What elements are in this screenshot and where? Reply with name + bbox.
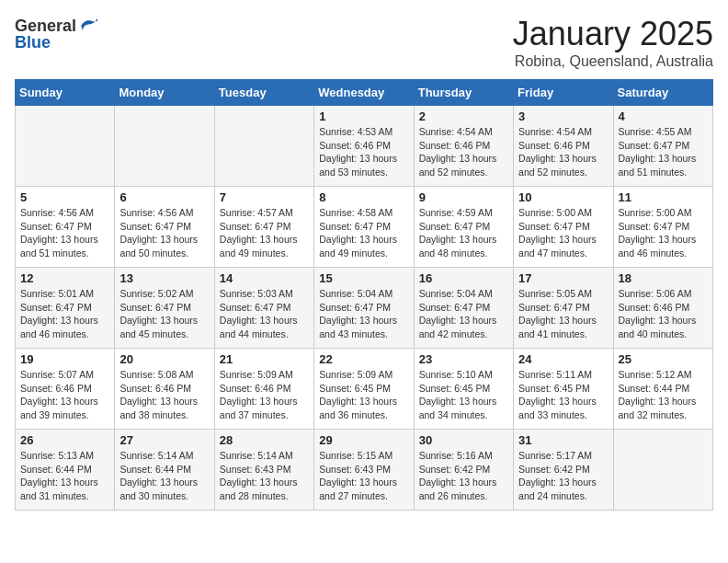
- table-row: 8Sunrise: 4:58 AMSunset: 6:47 PMDaylight…: [314, 187, 414, 268]
- logo-bird-icon: [78, 15, 100, 37]
- table-row: [16, 106, 115, 187]
- calendar-header-row: Sunday Monday Tuesday Wednesday Thursday…: [16, 80, 713, 106]
- day-number: 12: [20, 271, 109, 285]
- day-info: Sunrise: 4:53 AMSunset: 6:46 PMDaylight:…: [319, 125, 408, 179]
- day-info: Sunrise: 4:55 AMSunset: 6:47 PMDaylight:…: [619, 125, 708, 179]
- day-info: Sunrise: 5:06 AMSunset: 6:46 PMDaylight:…: [619, 287, 708, 341]
- table-row: 4Sunrise: 4:55 AMSunset: 6:47 PMDaylight…: [613, 106, 712, 187]
- table-row: 22Sunrise: 5:09 AMSunset: 6:45 PMDayligh…: [314, 349, 414, 430]
- day-number: 31: [518, 433, 608, 447]
- day-number: 21: [220, 352, 309, 366]
- table-row: 14Sunrise: 5:03 AMSunset: 6:47 PMDayligh…: [214, 268, 313, 349]
- col-wednesday: Wednesday: [314, 80, 414, 106]
- table-row: 21Sunrise: 5:09 AMSunset: 6:46 PMDayligh…: [214, 349, 313, 430]
- calendar-week-row: 12Sunrise: 5:01 AMSunset: 6:47 PMDayligh…: [16, 268, 713, 349]
- title-block: January 2025 Robina, Queensland, Austral…: [513, 15, 713, 70]
- table-row: 5Sunrise: 4:56 AMSunset: 6:47 PMDaylight…: [16, 187, 115, 268]
- day-info: Sunrise: 5:09 AMSunset: 6:46 PMDaylight:…: [220, 368, 309, 422]
- day-number: 13: [119, 271, 209, 285]
- day-info: Sunrise: 5:04 AMSunset: 6:47 PMDaylight:…: [419, 287, 508, 341]
- table-row: 12Sunrise: 5:01 AMSunset: 6:47 PMDayligh…: [16, 268, 115, 349]
- day-info: Sunrise: 5:04 AMSunset: 6:47 PMDaylight:…: [319, 287, 408, 341]
- table-row: 19Sunrise: 5:07 AMSunset: 6:46 PMDayligh…: [16, 349, 115, 430]
- day-info: Sunrise: 4:57 AMSunset: 6:47 PMDaylight:…: [220, 206, 309, 260]
- day-number: 11: [619, 190, 708, 204]
- day-info: Sunrise: 5:17 AMSunset: 6:42 PMDaylight:…: [518, 449, 608, 503]
- day-info: Sunrise: 5:03 AMSunset: 6:47 PMDaylight:…: [220, 287, 309, 341]
- col-tuesday: Tuesday: [214, 80, 313, 106]
- day-number: 15: [319, 271, 408, 285]
- col-friday: Friday: [514, 80, 613, 106]
- calendar-week-row: 26Sunrise: 5:13 AMSunset: 6:44 PMDayligh…: [16, 430, 713, 511]
- logo: General Blue: [15, 15, 100, 52]
- table-row: 26Sunrise: 5:13 AMSunset: 6:44 PMDayligh…: [16, 430, 115, 511]
- day-info: Sunrise: 5:00 AMSunset: 6:47 PMDaylight:…: [619, 206, 708, 260]
- day-info: Sunrise: 5:05 AMSunset: 6:47 PMDaylight:…: [518, 287, 608, 341]
- day-number: 7: [220, 190, 309, 204]
- day-number: 1: [319, 109, 408, 123]
- col-sunday: Sunday: [16, 80, 115, 106]
- day-number: 20: [119, 352, 209, 366]
- day-info: Sunrise: 4:56 AMSunset: 6:47 PMDaylight:…: [119, 206, 209, 260]
- day-info: Sunrise: 4:56 AMSunset: 6:47 PMDaylight:…: [20, 206, 109, 260]
- day-number: 23: [419, 352, 508, 366]
- table-row: 23Sunrise: 5:10 AMSunset: 6:45 PMDayligh…: [414, 349, 513, 430]
- day-number: 16: [419, 271, 508, 285]
- day-info: Sunrise: 4:58 AMSunset: 6:47 PMDaylight:…: [319, 206, 408, 260]
- day-info: Sunrise: 5:16 AMSunset: 6:42 PMDaylight:…: [419, 449, 508, 503]
- table-row: 11Sunrise: 5:00 AMSunset: 6:47 PMDayligh…: [613, 187, 712, 268]
- day-info: Sunrise: 5:13 AMSunset: 6:44 PMDaylight:…: [20, 449, 109, 503]
- day-number: 18: [619, 271, 708, 285]
- day-info: Sunrise: 5:08 AMSunset: 6:46 PMDaylight:…: [119, 368, 209, 422]
- day-info: Sunrise: 5:14 AMSunset: 6:43 PMDaylight:…: [220, 449, 309, 503]
- table-row: 7Sunrise: 4:57 AMSunset: 6:47 PMDaylight…: [214, 187, 313, 268]
- table-row: 2Sunrise: 4:54 AMSunset: 6:46 PMDaylight…: [414, 106, 513, 187]
- day-number: 29: [319, 433, 408, 447]
- day-info: Sunrise: 5:07 AMSunset: 6:46 PMDaylight:…: [20, 368, 109, 422]
- day-number: 6: [119, 190, 209, 204]
- page-header: General Blue January 2025 Robina, Queens…: [15, 15, 713, 70]
- table-row: 17Sunrise: 5:05 AMSunset: 6:47 PMDayligh…: [514, 268, 613, 349]
- day-number: 28: [220, 433, 309, 447]
- table-row: [214, 106, 313, 187]
- day-number: 8: [319, 190, 408, 204]
- table-row: 24Sunrise: 5:11 AMSunset: 6:45 PMDayligh…: [514, 349, 613, 430]
- table-row: 28Sunrise: 5:14 AMSunset: 6:43 PMDayligh…: [214, 430, 313, 511]
- calendar-table: Sunday Monday Tuesday Wednesday Thursday…: [15, 79, 713, 511]
- day-number: 25: [619, 352, 708, 366]
- day-number: 26: [20, 433, 109, 447]
- calendar-week-row: 19Sunrise: 5:07 AMSunset: 6:46 PMDayligh…: [16, 349, 713, 430]
- table-row: 1Sunrise: 4:53 AMSunset: 6:46 PMDaylight…: [314, 106, 414, 187]
- col-thursday: Thursday: [414, 80, 513, 106]
- day-info: Sunrise: 5:02 AMSunset: 6:47 PMDaylight:…: [119, 287, 209, 341]
- day-info: Sunrise: 5:10 AMSunset: 6:45 PMDaylight:…: [419, 368, 508, 422]
- day-number: 19: [20, 352, 109, 366]
- calendar-week-row: 5Sunrise: 4:56 AMSunset: 6:47 PMDaylight…: [16, 187, 713, 268]
- day-info: Sunrise: 5:15 AMSunset: 6:43 PMDaylight:…: [319, 449, 408, 503]
- day-info: Sunrise: 4:59 AMSunset: 6:47 PMDaylight:…: [419, 206, 508, 260]
- table-row: 10Sunrise: 5:00 AMSunset: 6:47 PMDayligh…: [514, 187, 613, 268]
- day-info: Sunrise: 5:01 AMSunset: 6:47 PMDaylight:…: [20, 287, 109, 341]
- day-info: Sunrise: 5:00 AMSunset: 6:47 PMDaylight:…: [518, 206, 608, 260]
- day-number: 22: [319, 352, 408, 366]
- day-number: 24: [518, 352, 608, 366]
- table-row: 30Sunrise: 5:16 AMSunset: 6:42 PMDayligh…: [414, 430, 513, 511]
- day-info: Sunrise: 5:09 AMSunset: 6:45 PMDaylight:…: [319, 368, 408, 422]
- table-row: 9Sunrise: 4:59 AMSunset: 6:47 PMDaylight…: [414, 187, 513, 268]
- table-row: 16Sunrise: 5:04 AMSunset: 6:47 PMDayligh…: [414, 268, 513, 349]
- table-row: 18Sunrise: 5:06 AMSunset: 6:46 PMDayligh…: [613, 268, 712, 349]
- day-info: Sunrise: 5:11 AMSunset: 6:45 PMDaylight:…: [518, 368, 608, 422]
- day-number: 3: [518, 109, 608, 123]
- table-row: 15Sunrise: 5:04 AMSunset: 6:47 PMDayligh…: [314, 268, 414, 349]
- day-number: 30: [419, 433, 508, 447]
- table-row: 25Sunrise: 5:12 AMSunset: 6:44 PMDayligh…: [613, 349, 712, 430]
- table-row: 31Sunrise: 5:17 AMSunset: 6:42 PMDayligh…: [514, 430, 613, 511]
- day-number: 17: [518, 271, 608, 285]
- day-number: 4: [619, 109, 708, 123]
- table-row: 20Sunrise: 5:08 AMSunset: 6:46 PMDayligh…: [115, 349, 214, 430]
- calendar-title: January 2025: [513, 15, 713, 53]
- table-row: 3Sunrise: 4:54 AMSunset: 6:46 PMDaylight…: [514, 106, 613, 187]
- table-row: 29Sunrise: 5:15 AMSunset: 6:43 PMDayligh…: [314, 430, 414, 511]
- day-info: Sunrise: 5:14 AMSunset: 6:44 PMDaylight:…: [119, 449, 209, 503]
- calendar-subtitle: Robina, Queensland, Australia: [513, 53, 713, 70]
